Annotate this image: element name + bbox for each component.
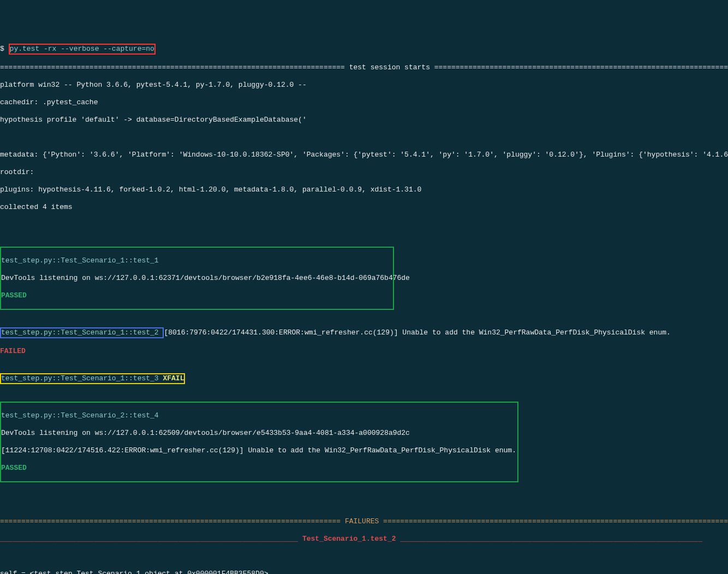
test-2-name: test_step.py::Test_Scenario_1::test_2: [1, 328, 159, 337]
metadata-line: metadata: {'Python': '3.6.6', 'Platform'…: [0, 151, 728, 159]
test-4-devtools: DevTools listening on ws://127.0.0.1:625…: [1, 429, 517, 438]
test-1-devtools: DevTools listening on ws://127.0.0.1:623…: [1, 274, 393, 283]
self-line: self = <test_step.Test_Scenario_1 object…: [0, 570, 728, 574]
failure-title: ________________________________________…: [0, 535, 728, 543]
collected-line: collected 4 items: [0, 203, 728, 212]
test-1-status: PASSED: [1, 291, 393, 300]
test-2-line: test_step.py::Test_Scenario_1::test_2 [8…: [0, 327, 728, 338]
command-text: py.test -rx --verbose --capture=no: [10, 45, 154, 53]
failures-header: ========================================…: [0, 517, 728, 526]
hypothesis-line: hypothesis profile 'default' -> database…: [0, 116, 728, 124]
test-2-error: [8016:7976:0422/174431.300:ERROR:wmi_ref…: [164, 328, 670, 337]
session-header: ========================================…: [0, 63, 728, 72]
prompt: $: [0, 45, 9, 53]
cachedir-line: cachedir: .pytest_cache: [0, 98, 728, 107]
test-4-block: test_step.py::Test_Scenario_2::test_4 De…: [0, 402, 518, 482]
command-line[interactable]: $ py.test -rx --verbose --capture=no: [0, 44, 728, 55]
test-4-error: [11224:12708:0422/174516.422:ERROR:wmi_r…: [1, 446, 517, 455]
test-3-status: XFAIL: [163, 374, 184, 382]
test-1-name: test_step.py::Test_Scenario_1::test_1: [1, 256, 393, 265]
test-3-line: test_step.py::Test_Scenario_1::test_3 XF…: [0, 373, 728, 384]
test-4-name: test_step.py::Test_Scenario_2::test_4: [1, 411, 517, 420]
plugins-line: plugins: hypothesis-4.11.6, forked-1.0.2…: [0, 186, 728, 194]
test-2-status: FAILED: [0, 347, 728, 356]
rootdir-line: rootdir:: [0, 168, 728, 177]
test-4-status: PASSED: [1, 464, 517, 473]
platform-line: platform win32 -- Python 3.6.6, pytest-5…: [0, 81, 728, 89]
test-3-name: test_step.py::Test_Scenario_1::test_3: [1, 374, 163, 382]
terminal-output: $ py.test -rx --verbose --capture=no ===…: [0, 35, 728, 574]
test-1-block: test_step.py::Test_Scenario_1::test_1 De…: [0, 247, 394, 310]
